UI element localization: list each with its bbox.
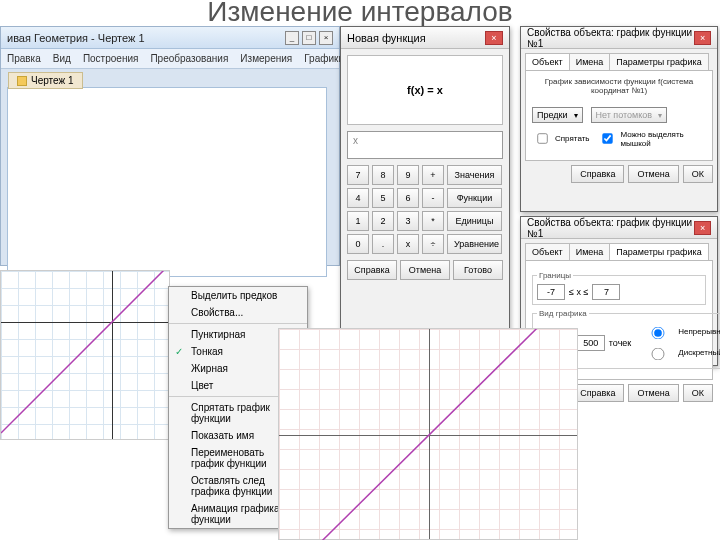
menubar: Правка Вид Построения Преобразования Изм… [1, 49, 339, 69]
units-button[interactable]: Единицы [447, 211, 502, 231]
doc-tab[interactable]: Чертеж 1 [8, 72, 83, 89]
new-function-dialog: Новая функция × f(x) = x x 7 8 9 + Значе… [340, 26, 510, 346]
function-input[interactable]: x [347, 131, 503, 159]
ok-button[interactable]: ОК [683, 165, 713, 183]
tab-object[interactable]: Объект [525, 53, 570, 70]
key-div[interactable]: ÷ [422, 234, 444, 254]
object-description: График зависимости функции f(система коо… [532, 77, 706, 95]
ok-button[interactable]: ОК [683, 384, 713, 402]
tab-names[interactable]: Имена [569, 53, 611, 70]
close-icon[interactable]: × [485, 31, 503, 45]
bounds-fieldset: Границы ≤ x ≤ [532, 271, 706, 305]
close-button[interactable]: × [319, 31, 333, 45]
menu-item[interactable]: Вид [47, 49, 77, 68]
continuous-radio[interactable]: Непрерывный [639, 322, 720, 341]
app-title: ивая Геометрия - Чертеж 1 [7, 32, 145, 44]
tab-object[interactable]: Объект [525, 243, 570, 260]
key-0[interactable]: 0 [347, 234, 369, 254]
dialog-title: Новая функция [347, 32, 426, 44]
key-7[interactable]: 7 [347, 165, 369, 185]
doc-icon [17, 76, 27, 86]
bounds-legend: Границы [537, 271, 573, 280]
tab-names[interactable]: Имена [569, 243, 611, 260]
key-dot[interactable]: . [372, 234, 394, 254]
done-button[interactable]: Готово [453, 260, 503, 280]
key-8[interactable]: 8 [372, 165, 394, 185]
no-children-dropdown: Нет потомков [591, 107, 668, 123]
doc-tab-label: Чертеж 1 [31, 75, 74, 86]
page-title: Изменение интервалов [0, 0, 720, 28]
values-button[interactable]: Значения [447, 165, 502, 185]
context-item[interactable]: Свойства... [169, 304, 307, 321]
calculator-keypad: 7 8 9 + Значения 4 5 6 - Функции 1 2 3 *… [347, 165, 503, 254]
context-item[interactable]: Выделить предков [169, 287, 307, 304]
plot-line [279, 329, 579, 540]
menu-item[interactable]: Правка [1, 49, 47, 68]
key-9[interactable]: 9 [397, 165, 419, 185]
close-icon[interactable]: × [694, 221, 711, 235]
key-3[interactable]: 3 [397, 211, 419, 231]
help-button[interactable]: Справка [571, 384, 624, 402]
main-graph[interactable] [278, 328, 578, 540]
dialog-title: Свойства объекта: график функции №1 [527, 27, 694, 49]
points-input[interactable] [577, 335, 605, 351]
cancel-button[interactable]: Отмена [628, 384, 678, 402]
points-unit: точек [609, 338, 631, 348]
plot-line [1, 271, 170, 440]
functions-button[interactable]: Функции [447, 188, 502, 208]
equation-button[interactable]: Уравнение [447, 234, 502, 254]
ancestors-dropdown[interactable]: Предки [532, 107, 583, 123]
cancel-button[interactable]: Отмена [628, 165, 678, 183]
high-bound-input[interactable] [592, 284, 620, 300]
menu-item[interactable]: Измерения [234, 49, 298, 68]
bounds-expr: ≤ x ≤ [569, 287, 588, 297]
key-mul[interactable]: * [422, 211, 444, 231]
document-area[interactable]: Чертеж 1 [7, 87, 327, 277]
dialog-titlebar: Новая функция × [341, 27, 509, 49]
help-button[interactable]: Справка [347, 260, 397, 280]
help-button[interactable]: Справка [571, 165, 624, 183]
key-1[interactable]: 1 [347, 211, 369, 231]
app-window: ивая Геометрия - Чертеж 1 _ □ × Правка В… [0, 26, 340, 266]
properties-dialog-object: Свойства объекта: график функции №1× Объ… [520, 26, 718, 212]
view-legend: Вид графика [537, 309, 589, 318]
small-graph[interactable] [0, 270, 170, 440]
close-icon[interactable]: × [694, 31, 711, 45]
hide-checkbox[interactable]: Спрятать [532, 129, 589, 148]
function-display: f(x) = x [347, 55, 503, 125]
minimize-button[interactable]: _ [285, 31, 299, 45]
dialog-title: Свойства объекта: график функции №1 [527, 217, 694, 239]
key-6[interactable]: 6 [397, 188, 419, 208]
maximize-button[interactable]: □ [302, 31, 316, 45]
tab-graph-params[interactable]: Параметры графика [609, 53, 708, 70]
tab-graph-params[interactable]: Параметры графика [609, 243, 708, 260]
cancel-button[interactable]: Отмена [400, 260, 450, 280]
key-2[interactable]: 2 [372, 211, 394, 231]
svg-line-0 [1, 271, 170, 433]
discrete-radio[interactable]: Дискретный [639, 343, 720, 362]
key-plus[interactable]: + [422, 165, 444, 185]
key-minus[interactable]: - [422, 188, 444, 208]
key-5[interactable]: 5 [372, 188, 394, 208]
menu-item[interactable]: Построения [77, 49, 145, 68]
app-titlebar: ивая Геометрия - Чертеж 1 _ □ × [1, 27, 339, 49]
key-x[interactable]: x [397, 234, 419, 254]
key-4[interactable]: 4 [347, 188, 369, 208]
menu-item[interactable]: Преобразования [144, 49, 234, 68]
svg-line-1 [279, 329, 579, 540]
low-bound-input[interactable] [537, 284, 565, 300]
mouse-select-checkbox[interactable]: Можно выделять мышкой [597, 129, 706, 148]
